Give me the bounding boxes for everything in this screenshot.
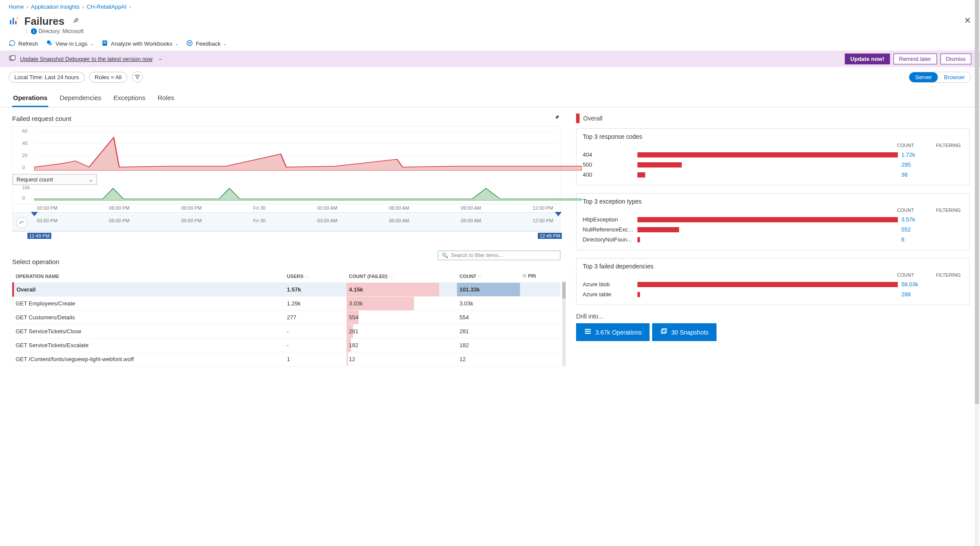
col-operation-name[interactable]: OPERATION NAME bbox=[13, 270, 284, 283]
panel-row[interactable]: NullReferenceExce... 552 bbox=[583, 224, 963, 234]
col-users[interactable]: USERS ↑↓ bbox=[284, 270, 347, 283]
workbook-icon bbox=[101, 40, 108, 48]
tab-operations[interactable]: Operations bbox=[12, 90, 48, 107]
svg-rect-1 bbox=[13, 18, 14, 24]
table-scrollbar[interactable] bbox=[562, 282, 566, 366]
col-pin[interactable]: ⟳ PIN bbox=[520, 270, 560, 283]
table-row[interactable]: GET ServiceTickets/Close - 281 281 bbox=[13, 325, 560, 338]
panel-row[interactable]: Azure table 288 bbox=[583, 289, 963, 299]
panel-row[interactable]: 404 1.72k bbox=[583, 150, 963, 160]
pin-icon[interactable] bbox=[72, 17, 79, 26]
search-placeholder: Search to filter items... bbox=[451, 252, 503, 258]
page-header: Failures ✕ bbox=[0, 13, 980, 31]
table-row[interactable]: GET Employees/Create 1.29k 3.03k 3.03k bbox=[13, 297, 560, 311]
add-filter-button[interactable] bbox=[132, 71, 143, 83]
ytick: 0 bbox=[22, 165, 25, 170]
snapshot-icon bbox=[660, 328, 668, 337]
table-row[interactable]: GET ServiceTickets/Escalate - 182 182 bbox=[13, 338, 560, 352]
panel-row[interactable]: HttpException 3.57k bbox=[583, 214, 963, 224]
dismiss-button[interactable]: Dismiss bbox=[940, 54, 972, 64]
smile-icon bbox=[186, 40, 193, 48]
drill-into-title: Drill into... bbox=[576, 313, 970, 320]
failed-requests-chart[interactable]: 60 40 20 0 bbox=[13, 126, 560, 174]
refresh-icon bbox=[9, 40, 16, 48]
table-row[interactable]: GET Customers/Details 277 554 554 bbox=[13, 311, 560, 325]
svg-rect-15 bbox=[585, 333, 591, 334]
refresh-button[interactable]: Refresh bbox=[9, 40, 38, 48]
svg-rect-2 bbox=[15, 21, 17, 24]
chart-area: 60 40 20 0 Request count ⌄ 10k 0 bbox=[12, 126, 560, 232]
overall-header: Overall bbox=[576, 114, 970, 123]
ytick: 40 bbox=[22, 141, 27, 146]
panel-row[interactable]: 400 36 bbox=[583, 170, 963, 180]
time-range-scrubber[interactable]: ↶ 03:00 PM06:00 PM09:00 PMFri 3003:00 AM… bbox=[13, 212, 560, 231]
svg-point-10 bbox=[190, 42, 191, 43]
analyze-workbooks-button[interactable]: Analyze with Workbooks ⌄ bbox=[101, 40, 178, 48]
chevron-right-icon: › bbox=[82, 3, 84, 10]
range-start-label: 12:49 PM bbox=[27, 233, 51, 239]
close-icon[interactable]: ✕ bbox=[964, 15, 971, 26]
page-scrollbar[interactable] bbox=[975, 0, 979, 366]
drill-snapshots-button[interactable]: 30 Snapshots bbox=[652, 323, 717, 341]
range-handle-left[interactable] bbox=[31, 212, 38, 216]
breadcrumb: Home › Application Insights › CH-RetailA… bbox=[0, 0, 980, 13]
pin-chart-icon[interactable] bbox=[553, 114, 560, 124]
chevron-right-icon: › bbox=[27, 3, 28, 10]
main-tabs: Operations Dependencies Exceptions Roles bbox=[0, 90, 980, 107]
search-icon: 🔍 bbox=[442, 252, 448, 258]
drill-snap-label: 30 Snapshots bbox=[671, 329, 709, 336]
chevron-right-icon: › bbox=[129, 3, 131, 10]
svg-rect-0 bbox=[10, 20, 11, 24]
update-now-button[interactable]: Update now! bbox=[845, 54, 890, 64]
panel-response-codes: Top 3 response codes COUNTFILTERING 404 … bbox=[576, 128, 970, 185]
operations-table: OPERATION NAME USERS ↑↓ COUNT (FAILED) ↑… bbox=[12, 270, 560, 366]
feedback-label: Feedback bbox=[196, 40, 220, 47]
update-banner-link[interactable]: Update Snapshot Debugger to the latest v… bbox=[20, 56, 153, 62]
breadcrumb-home[interactable]: Home bbox=[9, 3, 24, 10]
roles-pill[interactable]: Roles = All bbox=[89, 72, 127, 83]
chart-title: Failed request count bbox=[12, 115, 71, 122]
view-in-logs-label: View in Logs bbox=[56, 40, 87, 47]
svg-point-4 bbox=[49, 43, 52, 46]
breadcrumb-resource[interactable]: CH-RetailAppAI bbox=[87, 3, 127, 10]
range-handle-right[interactable] bbox=[555, 212, 562, 216]
toggle-browser[interactable]: Browser bbox=[938, 72, 971, 82]
undo-icon[interactable]: ↶ bbox=[16, 217, 27, 228]
update-banner: Update Snapshot Debugger to the latest v… bbox=[0, 51, 980, 67]
panel-failed-dependencies: Top 3 failed dependencies COUNTFILTERING… bbox=[576, 258, 970, 305]
ytick: 20 bbox=[22, 153, 27, 158]
tab-roles[interactable]: Roles bbox=[157, 90, 175, 107]
time-range-pill[interactable]: Local Time: Last 24 hours bbox=[9, 72, 85, 83]
table-row[interactable]: GET /Content/fonts/segoewp-light-webfont… bbox=[13, 352, 560, 366]
chevron-down-icon: ⌄ bbox=[89, 177, 93, 183]
range-end-label: 12:49 PM bbox=[538, 233, 562, 239]
logs-icon bbox=[46, 40, 53, 48]
chevron-down-icon: ⌄ bbox=[175, 41, 178, 46]
drill-operations-button[interactable]: 3.67k Operations bbox=[576, 323, 650, 341]
table-row[interactable]: Overall 1.57k 4.15k 101.33k bbox=[13, 283, 560, 297]
breadcrumb-appinsights[interactable]: Application Insights bbox=[31, 3, 80, 10]
panel-title: Top 3 failed dependencies bbox=[583, 263, 963, 270]
drill-ops-label: 3.67k Operations bbox=[595, 329, 642, 336]
tab-exceptions[interactable]: Exceptions bbox=[113, 90, 146, 107]
panel-row[interactable]: 500 295 bbox=[583, 160, 963, 170]
failures-icon bbox=[9, 16, 19, 27]
toggle-server[interactable]: Server bbox=[909, 72, 938, 82]
svg-rect-16 bbox=[661, 330, 665, 334]
filters-row: Local Time: Last 24 hours Roles = All Se… bbox=[0, 67, 980, 87]
remind-later-button[interactable]: Remind later bbox=[893, 54, 937, 64]
ytick: 0 bbox=[22, 195, 25, 201]
col-count-failed[interactable]: COUNT (FAILED) ↑↓ bbox=[347, 270, 457, 283]
svg-point-8 bbox=[187, 40, 192, 46]
feedback-button[interactable]: Feedback ⌄ bbox=[186, 40, 227, 48]
search-input[interactable]: 🔍 Search to filter items... bbox=[438, 251, 560, 260]
request-count-chart[interactable]: 10k 0 bbox=[13, 185, 560, 204]
svg-rect-13 bbox=[585, 329, 591, 330]
panel-row[interactable]: DirectoryNotFoun... 6 bbox=[583, 234, 963, 245]
svg-rect-17 bbox=[663, 328, 667, 332]
panel-row[interactable]: Azure blob 58.03k bbox=[583, 279, 963, 289]
view-in-logs-button[interactable]: View in Logs ⌄ bbox=[46, 40, 93, 48]
command-bar: Refresh View in Logs ⌄ Analyze with Work… bbox=[0, 37, 980, 51]
tab-dependencies[interactable]: Dependencies bbox=[59, 90, 102, 107]
col-count[interactable]: COUNT ↑↓ bbox=[457, 270, 520, 283]
